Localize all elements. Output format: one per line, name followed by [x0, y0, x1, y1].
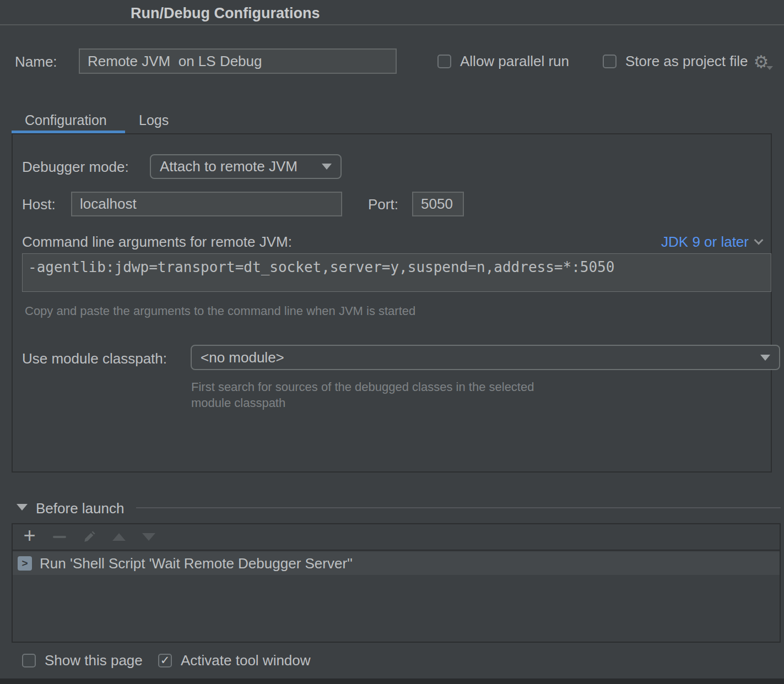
- remove-button[interactable]: [52, 530, 67, 545]
- activate-tool-window-option: ✓ Activate tool window: [158, 652, 311, 669]
- move-up-button[interactable]: [111, 530, 126, 545]
- command-line-arguments-field[interactable]: -agentlib:jdwp=transport=dt_socket,serve…: [22, 253, 771, 292]
- edit-button[interactable]: [82, 530, 96, 545]
- jdk-version-label: JDK 9 or later: [661, 234, 749, 251]
- allow-parallel-run-option: Allow parallel run: [437, 53, 569, 70]
- command-line-hint: Copy and paste the arguments to the comm…: [25, 303, 415, 319]
- before-launch-toolbar: +: [13, 524, 780, 551]
- show-this-page-label: Show this page: [45, 652, 143, 669]
- allow-parallel-run-label: Allow parallel run: [460, 53, 569, 70]
- gear-dropdown-caret-icon: [766, 66, 773, 70]
- activate-tool-window-checkbox[interactable]: ✓: [158, 654, 172, 667]
- port-value: 5050: [421, 196, 453, 213]
- module-classpath-value: <no module>: [201, 349, 284, 366]
- module-classpath-dropdown[interactable]: <no module>: [191, 345, 780, 370]
- before-launch-title: Before launch: [36, 500, 124, 517]
- store-as-project-file-checkbox[interactable]: [603, 55, 617, 68]
- module-classpath-label: Use module classpath:: [22, 350, 167, 367]
- arrow-up-icon: [112, 533, 126, 541]
- chevron-down-icon: [760, 355, 770, 361]
- store-as-project-file-option: Store as project file ⚙︎: [603, 53, 775, 70]
- dialog-bottom-edge: [0, 678, 784, 684]
- before-launch-task-row[interactable]: > Run 'Shell Script 'Wait Remote Debugge…: [13, 552, 780, 575]
- tab-logs[interactable]: Logs: [139, 112, 169, 128]
- tab-configuration[interactable]: Configuration: [25, 112, 107, 128]
- minus-icon: [53, 536, 66, 538]
- allow-parallel-run-checkbox[interactable]: [437, 55, 451, 68]
- before-launch-collapse-icon[interactable]: [17, 504, 28, 511]
- module-classpath-hint: First search for sources of the debugged…: [191, 379, 560, 411]
- debugger-mode-label: Debugger mode:: [22, 159, 129, 176]
- shell-script-run-icon: >: [18, 556, 32, 571]
- move-down-button[interactable]: [141, 530, 156, 545]
- plus-icon: +: [23, 525, 35, 546]
- before-launch-list: + > Run 'Shell Script 'Wait Remote Debug…: [12, 523, 781, 643]
- jdk-version-selector[interactable]: JDK 9 or later: [661, 234, 762, 251]
- debugger-mode-value: Attach to remote JVM: [160, 158, 298, 175]
- show-this-page-checkbox[interactable]: [22, 654, 36, 667]
- before-launch-task-label: Run 'Shell Script 'Wait Remote Debugger …: [40, 555, 353, 572]
- store-as-project-file-label: Store as project file: [625, 53, 748, 70]
- host-input[interactable]: localhost: [71, 192, 342, 216]
- before-launch-separator: [136, 507, 781, 508]
- chevron-down-icon: [322, 164, 332, 170]
- port-label: Port:: [368, 196, 398, 213]
- debugger-mode-dropdown[interactable]: Attach to remote JVM: [150, 154, 342, 179]
- host-value: localhost: [80, 196, 137, 213]
- chevron-down-icon: [754, 235, 764, 245]
- page-title: Run/Debug Configurations: [131, 5, 320, 22]
- checkmark-icon: ✓: [160, 654, 170, 666]
- name-value: Remote JVM on LS Debug: [88, 53, 262, 70]
- activate-tool-window-label: Activate tool window: [181, 652, 311, 669]
- name-label: Name:: [15, 53, 57, 70]
- host-label: Host:: [22, 196, 56, 213]
- command-line-label: Command line arguments for remote JVM:: [22, 234, 292, 251]
- show-this-page-option: Show this page: [22, 652, 143, 669]
- dialog-titlebar: Run/Debug Configurations: [0, 0, 784, 25]
- name-input[interactable]: Remote JVM on LS Debug: [79, 48, 397, 74]
- add-button[interactable]: +: [22, 530, 37, 545]
- configuration-panel: Debugger mode: Attach to remote JVM Host…: [12, 133, 772, 473]
- arrow-down-icon: [142, 533, 155, 541]
- pencil-icon: [82, 530, 96, 544]
- port-input[interactable]: 5050: [412, 192, 464, 216]
